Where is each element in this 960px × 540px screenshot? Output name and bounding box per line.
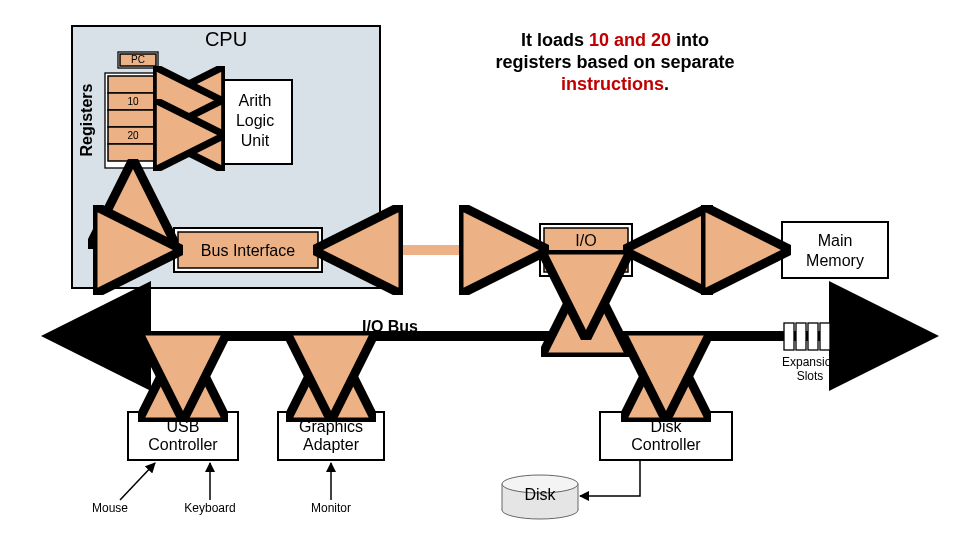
keyboard-label: Keyboard <box>184 501 235 515</box>
main-memory-l1: Main <box>818 232 853 249</box>
svg-rect-9 <box>796 323 806 350</box>
monitor-label: Monitor <box>311 501 351 515</box>
expansion-l1: Expansion <box>782 355 838 369</box>
svg-rect-11 <box>820 323 830 350</box>
gfx-l2: Adapter <box>303 436 360 453</box>
diskc-l2: Controller <box>631 436 701 453</box>
expansion-l2: Slots <box>797 369 824 383</box>
io-bridge-l1: I/O <box>575 232 596 249</box>
diskc-l1: Disk <box>650 418 682 435</box>
main-memory-box <box>782 222 888 278</box>
svg-rect-2 <box>108 110 159 127</box>
usb-l2: Controller <box>148 436 218 453</box>
svg-rect-4 <box>108 144 159 161</box>
main-memory-l2: Memory <box>806 252 864 269</box>
reg-val-2: 20 <box>127 130 139 141</box>
disk-label: Disk <box>524 486 556 503</box>
io-bridge-l2: Bridge <box>563 252 609 269</box>
caption-line2: registers based on separate <box>495 52 734 72</box>
gfx-l1: Graphics <box>299 418 363 435</box>
pc-label: PC <box>131 54 145 65</box>
caption-line1: It loads 10 and 20 into <box>521 30 709 50</box>
mouse-arrow <box>120 463 155 500</box>
svg-rect-10 <box>808 323 818 350</box>
reg-val-1: 10 <box>127 96 139 107</box>
registers-label: Registers <box>78 83 95 156</box>
io-bus-label: I/O Bus <box>362 318 418 335</box>
alu-l1: Arith <box>239 92 272 109</box>
svg-rect-8 <box>784 323 794 350</box>
mouse-label: Mouse <box>92 501 128 515</box>
cpu-title: CPU <box>205 28 247 50</box>
bus-interface-label: Bus Interface <box>201 242 295 259</box>
alu-l3: Unit <box>241 132 270 149</box>
usb-l1: USB <box>167 418 200 435</box>
svg-rect-0 <box>108 76 159 93</box>
caption-line3: instructions. <box>561 74 669 94</box>
disk-arrow <box>580 460 640 496</box>
alu-l2: Logic <box>236 112 274 129</box>
